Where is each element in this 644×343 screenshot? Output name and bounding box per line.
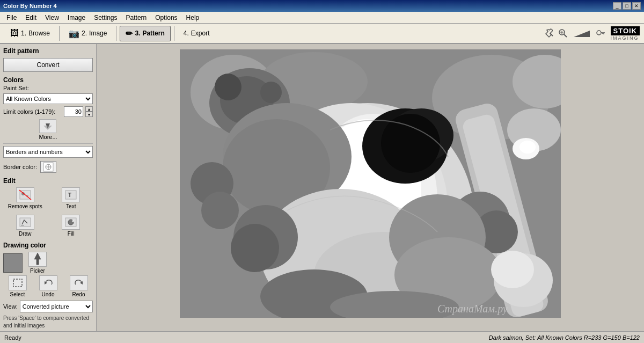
- menu-view[interactable]: View: [41, 13, 63, 23]
- menu-help[interactable]: Help: [182, 13, 204, 23]
- image-num: 2.: [82, 30, 87, 37]
- svg-point-54: [231, 224, 279, 272]
- draw-label: Draw: [19, 231, 31, 237]
- tool-text[interactable]: T Text: [49, 186, 93, 211]
- sep1: [59, 26, 60, 41]
- undo-svg: [42, 278, 54, 288]
- titlebar: Color By Number 4 _ □ ✕: [0, 0, 644, 12]
- view-label: View:: [3, 303, 18, 310]
- canvas-image[interactable]: СтранаМам.ру: [180, 49, 561, 318]
- svg-text:СтранаМам.ру: СтранаМам.ру: [437, 303, 508, 315]
- text-tool-svg: T: [64, 189, 77, 200]
- slope-icon: [571, 27, 592, 39]
- svg-marker-5: [574, 31, 590, 37]
- panel-title: Edit pattern: [3, 47, 93, 55]
- press-space-text: Press 'Space' to compare converted and i…: [3, 315, 93, 330]
- edit-tools-grid: Remove spots T Text: [3, 186, 93, 238]
- key-icon: [595, 27, 606, 39]
- text-label: Text: [66, 203, 76, 209]
- canvas-svg: СтранаМам.ру: [180, 49, 561, 318]
- toolbar: 🖼 1. Browse 📷 2. Image ✏ 3. Pattern 4. E…: [0, 24, 644, 44]
- text-tool-icon: T: [62, 187, 80, 202]
- status-ready: Ready: [4, 334, 489, 341]
- divider1: [3, 143, 93, 144]
- svg-marker-11: [43, 126, 52, 130]
- select-icon: [9, 275, 27, 290]
- picker-label: Picker: [30, 268, 45, 274]
- more-btn-row: More...: [3, 119, 93, 140]
- browse-label: Browse: [28, 30, 50, 37]
- remove-spots-svg: [19, 189, 32, 200]
- borders-dropdown[interactable]: Borders and numbers Borders only Numbers…: [3, 146, 93, 158]
- spin-down[interactable]: ▼: [85, 112, 93, 117]
- remove-spots-icon: [16, 187, 34, 202]
- svg-point-60: [491, 251, 534, 288]
- limit-colors-input[interactable]: 30: [64, 106, 83, 117]
- drawing-color-label: Drawing color: [3, 242, 93, 249]
- pattern-num: 3.: [135, 30, 140, 37]
- drawing-color-swatch[interactable]: [3, 253, 23, 273]
- paint-set-label: Paint Set:: [3, 85, 33, 91]
- toolbar-image[interactable]: 📷 2. Image: [63, 26, 113, 41]
- more-button[interactable]: More...: [39, 119, 57, 140]
- tool-redo[interactable]: Redo: [64, 275, 93, 297]
- paint-set-select[interactable]: All Known Colors Custom: [3, 93, 93, 104]
- menu-options[interactable]: Options: [151, 13, 181, 23]
- svg-line-2: [564, 34, 567, 37]
- svg-point-26: [72, 220, 74, 222]
- picker-icon: [28, 252, 47, 267]
- tool-select[interactable]: Select: [3, 275, 32, 297]
- view-select[interactable]: Converted picture Original picture Both: [20, 301, 93, 312]
- limit-colors-spinner: ▲ ▼: [85, 106, 93, 117]
- tool-draw[interactable]: Draw: [3, 213, 47, 238]
- drawing-color-row: Picker: [3, 250, 93, 275]
- toolbar-browse[interactable]: 🖼 1. Browse: [4, 26, 56, 41]
- pattern-label: Pattern: [142, 30, 164, 37]
- limit-colors-row: Limit colors (1-179): 30 ▲ ▼: [3, 106, 93, 117]
- svg-point-6: [597, 31, 601, 35]
- color-picker-icon: [43, 162, 54, 172]
- menubar: File Edit View Image Settings Pattern Op…: [0, 12, 644, 24]
- picker-tool[interactable]: Picker: [27, 250, 48, 275]
- maximize-btn[interactable]: □: [623, 2, 631, 10]
- status-color-info: Dark salmon, Set: All Known Colors R=233…: [489, 334, 640, 341]
- menu-pattern[interactable]: Pattern: [122, 13, 151, 23]
- tool-undo[interactable]: Undo: [34, 275, 62, 297]
- toolbar-pattern[interactable]: ✏ 3. Pattern: [120, 26, 170, 41]
- edit-section-label: Edit: [3, 177, 93, 185]
- convert-button[interactable]: Convert: [3, 58, 93, 72]
- select-svg: [12, 278, 24, 288]
- tool-remove-spots[interactable]: Remove spots: [3, 186, 47, 211]
- border-color-picker[interactable]: [40, 161, 56, 173]
- select-label: Select: [10, 291, 25, 297]
- window-controls[interactable]: _ □ ✕: [613, 2, 641, 10]
- menu-image[interactable]: Image: [63, 13, 90, 23]
- imaging-text: IMAGING: [611, 35, 639, 41]
- left-panel: Edit pattern Convert Colors Paint Set: A…: [0, 44, 97, 331]
- paint-set-select-row: All Known Colors Custom: [3, 93, 93, 104]
- bottom-tools-row: Select Undo Redo: [3, 275, 93, 297]
- svg-point-46: [381, 114, 440, 173]
- toolbar-export[interactable]: 4. Export: [178, 27, 216, 40]
- svg-point-66: [201, 192, 239, 229]
- undo-label: Undo: [42, 291, 55, 297]
- more-label: More...: [39, 134, 57, 140]
- tool-fill[interactable]: Fill: [49, 213, 93, 238]
- menu-edit[interactable]: Edit: [21, 13, 41, 23]
- redo-icon: [70, 275, 88, 290]
- remove-spots-label: Remove spots: [8, 203, 42, 209]
- svg-point-64: [519, 141, 536, 154]
- view-row: View: Converted picture Original picture…: [3, 301, 93, 312]
- draw-tool-icon: [16, 215, 34, 230]
- close-btn[interactable]: ✕: [632, 2, 641, 10]
- menu-file[interactable]: File: [2, 13, 21, 23]
- spin-up[interactable]: ▲: [85, 106, 93, 112]
- paint-set-row: Paint Set:: [3, 85, 93, 91]
- pattern-icon: ✏: [126, 28, 133, 39]
- image-label: Image: [89, 30, 107, 37]
- border-color-row: Border color:: [3, 161, 93, 173]
- browse-icon: 🖼: [10, 28, 19, 38]
- minimize-btn[interactable]: _: [613, 2, 621, 10]
- menu-settings[interactable]: Settings: [90, 13, 121, 23]
- wrench-icon: [543, 27, 555, 39]
